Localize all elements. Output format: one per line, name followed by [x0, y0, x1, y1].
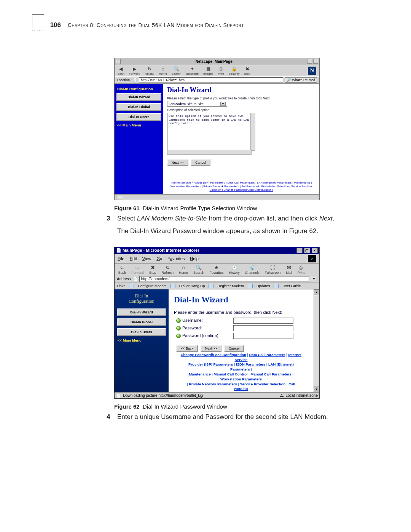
minimize-button[interactable]: [307, 59, 312, 64]
address-input[interactable]: [139, 276, 309, 282]
wizard-prompt: Please enter the username and password, …: [174, 310, 308, 315]
username-input[interactable]: [233, 318, 293, 324]
page-number: 106: [46, 21, 61, 29]
channels-button[interactable]: 📡Channels: [245, 265, 260, 275]
ie-toolbar: ⇦Back ⇨Forward ✖Stop ↻Refresh ⌂Home 🔍Sea…: [115, 264, 319, 275]
page-footer-links[interactable]: Internet Service Provider (ISP) Paramete…: [167, 179, 315, 193]
maximize-button[interactable]: ▢: [304, 248, 310, 253]
favorites-button[interactable]: ★Favorites: [210, 265, 224, 275]
next-button[interactable]: Next >>: [201, 345, 222, 352]
related-icon: 🔎: [287, 78, 291, 82]
vertical-scrollbar[interactable]: ▲ ▼: [314, 289, 319, 392]
bookmark-icon[interactable]: 📑: [133, 78, 137, 82]
address-bar: Address 📄 ▼: [115, 275, 319, 283]
vertical-scrollbar[interactable]: [250, 113, 255, 151]
page-icon: 📄: [116, 393, 121, 398]
print-button[interactable]: ⎙Print: [298, 265, 305, 275]
home-icon: ⌂: [160, 66, 166, 72]
password-confirm-label: Password (confirm):: [182, 333, 220, 338]
refresh-button[interactable]: ↻Refresh: [162, 265, 174, 275]
maximize-button[interactable]: [313, 59, 318, 64]
sidebar-item-dial-in-global[interactable]: Dial-In Global: [116, 103, 161, 111]
status-text: Downloading picture http://lanmodem/bull…: [123, 393, 203, 398]
forward-button[interactable]: ▶Forward: [129, 66, 140, 75]
menu-view[interactable]: View: [142, 256, 151, 261]
star-icon: ★: [214, 265, 219, 270]
horizontal-scrollbar[interactable]: [167, 150, 252, 155]
wizard-title: Dial-In Wizard: [167, 86, 315, 94]
link-icon: [170, 284, 175, 288]
forward-button[interactable]: ⇨Forward: [131, 265, 144, 275]
back-button[interactable]: << Back: [176, 345, 198, 352]
ie-page-icon: 📄: [116, 248, 121, 252]
link-configure-modem[interactable]: Configure Modem: [138, 284, 167, 288]
ie-titlebar: 📄 MainPage - Microsoft Internet Explorer…: [115, 247, 319, 254]
close-button[interactable]: ×: [312, 248, 318, 253]
link-updates[interactable]: Updates: [256, 284, 270, 288]
search-button[interactable]: 🔍Search: [193, 265, 204, 275]
location-label: Location :: [117, 78, 132, 82]
location-input[interactable]: [139, 77, 283, 83]
print-button[interactable]: ⎙Print: [218, 66, 224, 75]
netscape-button[interactable]: ✦Netscape: [186, 66, 199, 75]
sidebar: Dial-InConfiguration Dial-In Wizard Dial…: [115, 289, 169, 392]
profile-type-select[interactable]: LanModem Site-to-Site ▼: [167, 101, 227, 107]
link-icon: [248, 284, 253, 288]
body-text-fig62-ref: The Dial-In Wizard Password window appea…: [117, 226, 350, 236]
mail-button[interactable]: ✉Mail: [286, 265, 292, 275]
page-footer-links[interactable]: Change Password/Lock Configuration | Dat…: [174, 352, 308, 393]
link-dial-hangup[interactable]: Dial or Hang Up: [179, 284, 205, 288]
sidebar-main-menu-link[interactable]: << Main Menu: [118, 338, 166, 342]
next-button[interactable]: Next >>: [167, 159, 188, 166]
link-user-guide[interactable]: User Guide: [282, 284, 301, 288]
bullet-icon: [176, 318, 181, 323]
description-textarea: Use this option if you intend to have tw…: [167, 113, 254, 150]
sidebar-item-dial-in-users[interactable]: Dial-In Users: [116, 113, 161, 121]
link-register-modem[interactable]: Register Modem: [217, 284, 244, 288]
netscape-toolbar: ◀Back ▶Forward ↻Reload ⌂Home 🔍Search ✦Ne…: [115, 65, 319, 76]
password-input[interactable]: [233, 325, 293, 331]
netscape-statusbar: [115, 194, 319, 200]
zone-text: Local intranet zone: [285, 393, 318, 398]
scroll-down-icon[interactable]: ▼: [314, 387, 319, 392]
history-button[interactable]: 🕘History: [229, 265, 240, 275]
wizard-prompt: Please select the type of profile you wo…: [167, 96, 315, 100]
cancel-button[interactable]: Cancel: [191, 159, 210, 166]
cancel-button[interactable]: Cancel: [224, 345, 244, 352]
stop-button[interactable]: ✖Stop: [149, 265, 156, 275]
menu-help[interactable]: Help: [190, 256, 199, 261]
home-button[interactable]: ⌂Home: [179, 265, 188, 275]
reload-button[interactable]: ↻Reload: [145, 66, 154, 75]
search-icon: 🔍: [196, 265, 202, 270]
menu-favorites[interactable]: Favorites: [167, 256, 185, 261]
whats-related-button[interactable]: 🔎 What's Related: [285, 77, 317, 83]
sidebar-main-menu-link[interactable]: << Main Menu: [117, 123, 161, 127]
search-button[interactable]: 🔍Search: [172, 66, 181, 75]
sidebar-heading: Dial-InConfiguration: [117, 293, 166, 304]
sidebar-item-dial-in-global[interactable]: Dial-In Global: [117, 318, 166, 326]
figure-61-caption: Figure 61 Dial-In Wizard Profile Type Se…: [114, 205, 350, 211]
window-menu-icon[interactable]: [116, 59, 121, 64]
stop-button[interactable]: ✖Stop: [244, 66, 250, 75]
fullscreen-icon: ⛶: [270, 265, 275, 270]
ie-window: 📄 MainPage - Microsoft Internet Explorer…: [114, 247, 320, 399]
stop-icon: ✖: [244, 66, 250, 72]
fullscreen-button[interactable]: ⛶Fullscreen: [265, 265, 281, 275]
home-button[interactable]: ⌂Home: [159, 66, 167, 75]
menu-file[interactable]: File: [118, 256, 124, 261]
security-button[interactable]: 🔒Security: [229, 66, 240, 75]
back-button[interactable]: ⇦Back: [118, 265, 126, 275]
scroll-up-icon[interactable]: ▲: [314, 289, 319, 295]
images-button[interactable]: ▦Images: [203, 66, 213, 75]
menu-edit[interactable]: Edit: [130, 256, 137, 261]
address-dropdown-icon[interactable]: ▼: [311, 277, 317, 281]
menu-go[interactable]: Go: [156, 256, 162, 261]
sidebar-item-dial-in-wizard[interactable]: Dial-In Wizard: [116, 93, 161, 101]
netscape-window: Netscape: MainPage ◀Back ▶Forward ↻Reloa…: [114, 58, 320, 200]
back-button[interactable]: ◀Back: [118, 66, 124, 75]
minimize-button[interactable]: _: [296, 248, 303, 253]
sidebar-item-dial-in-users[interactable]: Dial-In Users: [117, 328, 166, 336]
sidebar-item-dial-in-wizard[interactable]: Dial-In Wizard: [117, 308, 166, 316]
password-confirm-input[interactable]: [233, 333, 293, 339]
mail-icon: ✉: [287, 265, 291, 270]
